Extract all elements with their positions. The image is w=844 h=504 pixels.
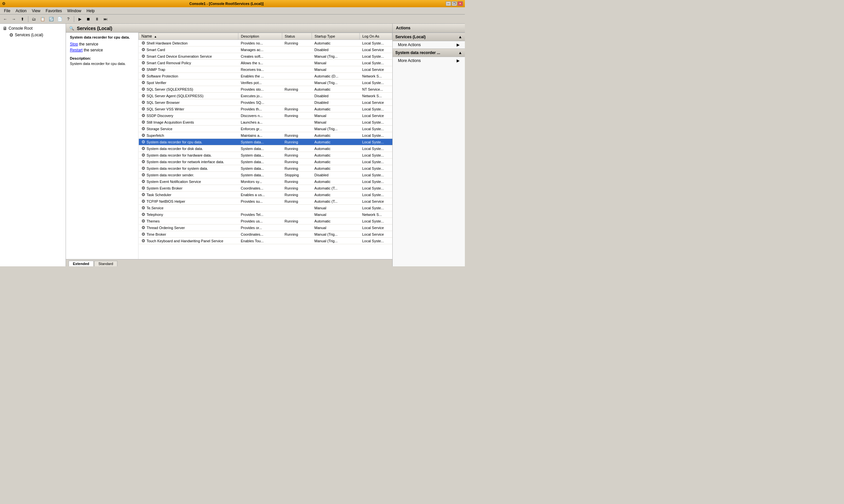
toolbar-folder[interactable]: 🗂 [30,16,38,23]
table-row[interactable]: ⚙Storage ServiceEnforces gr...Manual (Tr… [139,126,392,132]
service-icon: ⚙ [141,67,145,72]
toolbar-up[interactable]: ⬆ [18,16,26,23]
table-row[interactable]: ⚙SQL Server BrowserProvides SQ...Disable… [139,99,392,106]
table-row[interactable]: ⚙System data recorder for system data.Sy… [139,165,392,172]
col-header-logon[interactable]: Log On As [359,33,392,40]
table-row[interactable]: ⚙SuperfetchMaintains a...RunningAutomati… [139,132,392,139]
toolbar-help[interactable]: ? [64,16,72,23]
table-row[interactable]: ⚙System data recorder for hardware data.… [139,152,392,159]
description-label: Description: [70,56,134,60]
service-icon: ⚙ [141,40,145,46]
window-controls[interactable]: ─ ❐ ✕ [446,1,463,6]
tab-extended[interactable]: Extended [69,261,94,266]
toolbar-stop[interactable]: ⏹ [84,16,92,23]
table-row[interactable]: ⚙Spot VerifierVerifies pot...Manual (Tri… [139,79,392,86]
cell-name: ⚙Time Broker [139,231,238,238]
cell-status: Running [282,112,312,119]
cell-name: ⚙Te.Service [139,205,238,211]
cell-name: ⚙TCP/IP NetBIOS Helper [139,198,238,205]
cell-name: ⚙System data recorder for system data. [139,165,238,172]
cell-logon: Local Syste... [359,205,392,211]
cell-desc: Enables a us... [238,192,282,198]
actions-more-actions-1[interactable]: More Actions ▶ [393,41,465,49]
restart-action[interactable]: Restart the service [70,48,134,52]
table-row[interactable]: ⚙Task SchedulerEnables a us...RunningAut… [139,192,392,198]
table-row[interactable]: ⚙System data recorder sender.System data… [139,172,392,178]
cell-status: Running [282,132,312,139]
stop-action[interactable]: Stop the service [70,42,134,47]
table-row[interactable]: ⚙Thread Ordering ServerProvides or...Man… [139,224,392,231]
tab-standard[interactable]: Standard [94,261,118,266]
toolbar-restart[interactable]: ⏭ [102,16,109,23]
table-row[interactable]: ⚙ThemesProvides us...RunningAutomaticLoc… [139,218,392,224]
menu-file[interactable]: File [1,8,13,14]
toolbar-properties[interactable]: 📄 [56,16,64,23]
services-table-area[interactable]: Name ▲ Description Status Startup Type L… [139,33,392,259]
cell-logon: Local Syste... [359,192,392,198]
cell-desc: System data... [238,165,282,172]
table-row[interactable]: ⚙Touch Keyboard and Handwriting Panel Se… [139,238,392,244]
col-header-startup[interactable]: Startup Type [312,33,360,40]
toolbar-forward[interactable]: → [10,16,18,23]
cell-name: ⚙SSDP Discovery [139,112,238,119]
table-row[interactable]: ⚙System data recorder for network interf… [139,159,392,165]
col-header-status[interactable]: Status [282,33,312,40]
table-row[interactable]: ⚙SQL Server Agent (SQLEXPRESS)Executes j… [139,93,392,99]
table-row[interactable]: ⚙Smart Card Device Enumeration ServiceCr… [139,53,392,60]
toolbar-refresh[interactable]: 🔃 [47,16,55,23]
restart-link[interactable]: Restart [70,48,83,52]
table-row[interactable]: ⚙Smart Card Removal PolicyAllows the s..… [139,60,392,66]
col-header-desc[interactable]: Description [238,33,282,40]
stop-link[interactable]: Stop [70,42,78,47]
table-row[interactable]: ⚙TCP/IP NetBIOS HelperProvides su...Runn… [139,198,392,205]
table-row[interactable]: ⚙SQL Server VSS WriterProvides th...Runn… [139,106,392,112]
menu-view[interactable]: View [29,8,43,14]
table-row[interactable]: ⚙System data recorder for disk data.Syst… [139,145,392,152]
selected-service-name: System data recorder for cpu data. [70,35,134,39]
cell-name: ⚙Smart Card [139,47,238,53]
tree-services-local[interactable]: ⚙ Services (Local) [8,32,64,38]
cell-desc: Provides SQ... [238,99,282,106]
menu-favorites[interactable]: Favorites [43,8,65,14]
cell-logon: NT Service... [359,86,392,93]
cell-name: ⚙Shell Hardware Detection [139,40,238,47]
table-row[interactable]: ⚙TelephonyProvides Tel...ManualNetwork S… [139,211,392,218]
toolbar-clipboard[interactable]: 📋 [39,16,47,23]
table-row[interactable]: ⚙Still Image Acquisition EventsLaunches … [139,119,392,126]
restore-button[interactable]: ❐ [452,1,457,6]
service-icon: ⚙ [141,140,145,144]
table-row[interactable]: ⚙Software ProtectionEnables the ...Autom… [139,73,392,79]
close-button[interactable]: ✕ [457,1,463,6]
actions-more-actions-2[interactable]: More Actions ▶ [393,57,465,64]
table-row[interactable]: ⚙Te.ServiceManualLocal Syste... [139,205,392,211]
table-row[interactable]: ⚙System Events BrokerCoordinates...Runni… [139,185,392,192]
menu-action[interactable]: Action [13,8,29,14]
menu-window[interactable]: Window [65,8,84,14]
toolbar-pause[interactable]: ⏸ [93,16,101,23]
cell-logon: Local Service [359,224,392,231]
table-row[interactable]: ⚙Smart CardManages ac...DisabledLocal Se… [139,47,392,53]
table-row[interactable]: ⚙SNMP TrapReceives tra...ManualLocal Ser… [139,66,392,73]
table-row[interactable]: ⚙Time BrokerCoordinates...RunningManual … [139,231,392,238]
cell-name: ⚙SQL Server VSS Writer [139,106,238,112]
cell-startup: Manual [312,66,360,73]
table-row[interactable]: ⚙SSDP DiscoveryDiscovers n...RunningManu… [139,112,392,119]
actions-more-actions-arrow-2: ▶ [456,58,460,63]
cell-name: ⚙Storage Service [139,126,238,132]
table-row[interactable]: ⚙SQL Server (SQLEXPRESS)Provides sto...R… [139,86,392,93]
menu-help[interactable]: Help [84,8,97,14]
cell-name: ⚙Software Protection [139,73,238,79]
toolbar-back[interactable]: ← [1,16,9,23]
service-icon: ⚙ [141,80,145,85]
table-row[interactable]: ⚙System Event Notification ServiceMonito… [139,178,392,185]
toolbar-play[interactable]: ▶ [76,16,84,23]
col-header-name[interactable]: Name ▲ [139,33,238,40]
table-row[interactable]: ⚙System data recorder for cpu data.Syste… [139,139,392,145]
cell-desc: Verifies pot... [238,79,282,86]
cell-desc: Provides no... [238,40,282,47]
minimize-button[interactable]: ─ [446,1,451,6]
table-row[interactable]: ⚙Shell Hardware DetectionProvides no...R… [139,40,392,47]
tree-console-root[interactable]: 🖥 Console Root [1,25,64,32]
cell-desc: Discovers n... [238,112,282,119]
cell-logon: Local Syste... [359,40,392,47]
